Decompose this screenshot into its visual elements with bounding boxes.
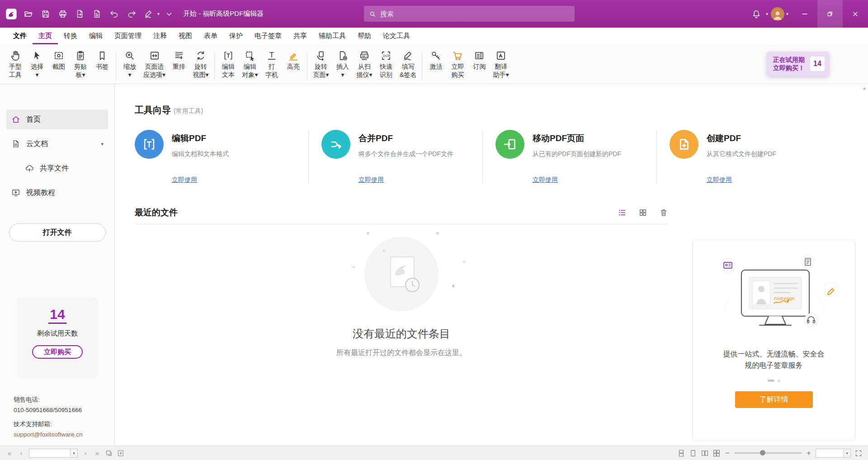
undo-button[interactable] (107, 6, 122, 22)
use-now-link[interactable]: 立即使用 (172, 176, 197, 184)
customize-toolbar-button[interactable] (161, 6, 177, 22)
chevron-down-icon[interactable]: ▾ (70, 449, 77, 457)
use-now-link[interactable]: 立即使用 (533, 176, 558, 184)
print-quick-button[interactable] (55, 6, 71, 22)
menu-esign[interactable]: 电子签章 (249, 28, 288, 44)
menu-convert[interactable]: 转换 (58, 28, 83, 44)
buy-now-button[interactable]: 立即购买 (32, 345, 83, 359)
menu-accessibility[interactable]: 辅助工具 (313, 28, 352, 44)
pagination-dot-active[interactable] (768, 379, 774, 382)
previous-page-button[interactable]: ‹ (17, 449, 25, 457)
menu-home[interactable]: 主页 (33, 28, 58, 44)
chevron-down-icon[interactable]: ▾ (843, 449, 850, 457)
card-move-pdf-pages[interactable]: 移动PDF页面 从已有的PDF页面创建新的PDF 立即使用 (483, 130, 657, 184)
chevron-down-icon[interactable]: ▾ (101, 141, 104, 147)
menu-paper-tools[interactable]: 论文工具 (377, 28, 416, 44)
menu-help[interactable]: 帮助 (352, 28, 377, 44)
toolbar-button-from-scanner[interactable]: 从扫 描仪▾ (354, 48, 375, 80)
restore-button[interactable] (817, 0, 843, 28)
sidebar-item-video-tutorials[interactable]: 视频教程 (6, 183, 108, 203)
quick-sign-button[interactable] (141, 6, 156, 22)
trial-period-badge[interactable]: 正在试用期 立即购买！ 14 (767, 52, 829, 76)
sidebar-item-home[interactable]: 首页 (6, 109, 108, 129)
menu-page-management[interactable]: 页面管理 (108, 28, 147, 44)
toolbar-button-translate-assistant[interactable]: 翻译 助手▾ (490, 48, 512, 80)
toolbar-button-clipboard[interactable]: 剪贴 板▾ (70, 48, 91, 80)
toolbar-button-subscribe[interactable]: 订阅 (468, 48, 490, 71)
grid-view-icon[interactable] (638, 208, 647, 217)
support-email-address[interactable]: support@foxitsoftware.cn (14, 430, 83, 440)
notifications-button[interactable] (749, 6, 764, 22)
sidebar-item-shared-files[interactable]: 共享文件 (6, 158, 108, 178)
menu-edit[interactable]: 编辑 (83, 28, 108, 44)
trash-icon[interactable] (659, 208, 668, 217)
card-merge-pdf[interactable]: 合并PDF 将多个文件合并生成一个PDF文件 立即使用 (309, 130, 483, 184)
chevron-down-icon[interactable]: ▾ (157, 11, 160, 16)
scrollbar-up-arrow[interactable]: ▲ (862, 85, 867, 90)
toolbar-button-select[interactable]: 选择 ▾ (26, 48, 48, 80)
pagination-dot[interactable] (778, 379, 780, 382)
redo-button[interactable] (124, 6, 139, 22)
toolbar-button-reflow[interactable]: 重排 (168, 48, 190, 71)
card-create-pdf[interactable]: 创建PDF 从其它格式文件创建PDF 立即使用 (657, 130, 831, 184)
page-thumbnail-icon[interactable] (117, 449, 125, 457)
menu-share[interactable]: 共享 (288, 28, 313, 44)
card-edit-pdf[interactable]: 编辑PDF 编辑文档和文本格式 立即使用 (135, 130, 309, 184)
list-view-icon[interactable] (618, 208, 627, 217)
page-number-box[interactable]: ▾ (29, 449, 78, 458)
toolbar-button-highlight[interactable]: 高亮 (283, 48, 304, 71)
page-number-input[interactable] (29, 449, 70, 457)
first-page-button[interactable]: « (5, 449, 14, 457)
zoom-level-box[interactable]: ▾ (816, 449, 851, 458)
toolbar-button-buy-now[interactable]: 立即 购买 (447, 48, 468, 80)
zoom-level-input[interactable] (816, 449, 843, 457)
fullscreen-icon[interactable] (854, 449, 863, 457)
export-pdf-quick-button[interactable] (72, 6, 88, 22)
learn-more-button[interactable]: 了解详情 (735, 391, 813, 408)
next-page-button[interactable]: › (81, 449, 90, 457)
toolbar-button-fill-sign[interactable]: 填写 &签名 (397, 48, 419, 80)
single-page-view-icon[interactable] (689, 449, 697, 457)
search-input[interactable] (380, 10, 570, 18)
toolbar-button-rotate-pages[interactable]: 旋转 页面▾ (310, 48, 332, 80)
menu-comment[interactable]: 注释 (147, 28, 173, 44)
menu-form[interactable]: 表单 (198, 28, 223, 44)
facing-continuous-view-icon[interactable] (712, 449, 721, 457)
chevron-down-icon[interactable]: ▾ (766, 11, 768, 16)
close-button[interactable] (843, 0, 868, 28)
zoom-slider-thumb[interactable] (760, 450, 765, 455)
sidebar-item-cloud-docs[interactable]: 云文档 ▾ (6, 134, 108, 154)
save-quick-button[interactable] (38, 6, 53, 22)
minimize-button[interactable] (792, 0, 817, 28)
menu-protect[interactable]: 保护 (223, 28, 249, 44)
chevron-down-icon[interactable]: ▾ (786, 11, 788, 16)
toolbar-button-rotate-view[interactable]: 旋转 视图▾ (190, 48, 212, 80)
zoom-in-button[interactable]: + (806, 449, 812, 457)
search-box[interactable] (364, 6, 575, 22)
toolbar-button-edit-object[interactable]: 编辑 对象▾ (239, 48, 261, 80)
toolbar-button-bookmark[interactable]: 书签 (91, 48, 113, 71)
toolbar-button-snapshot[interactable]: 截图 (48, 48, 70, 71)
menu-view[interactable]: 视图 (173, 28, 198, 44)
continuous-page-view-icon[interactable] (677, 449, 685, 457)
page-copy-icon[interactable] (105, 449, 113, 457)
toolbar-button-zoom[interactable]: 缩放 ▾ (119, 48, 141, 80)
toolbar-button-insert[interactable]: 插入 ▾ (332, 48, 354, 80)
toolbar-button-quick-ocr[interactable]: OCR 快速 识别 (375, 48, 397, 80)
toolbar-button-activate[interactable]: 激活 (425, 48, 447, 71)
create-from-file-quick-button[interactable] (90, 6, 105, 22)
zoom-slider[interactable] (734, 452, 802, 454)
toolbar-button-edit-text[interactable]: 编辑 文本 (217, 48, 239, 80)
toolbar-button-fit-options[interactable]: 页面适 应选项▾ (141, 48, 168, 80)
open-file-quick-button[interactable] (21, 6, 36, 22)
toolbar-button-typewriter[interactable]: 打 字机 (261, 48, 283, 80)
use-now-link[interactable]: 立即使用 (707, 176, 732, 184)
last-page-button[interactable]: » (93, 449, 101, 457)
zoom-out-button[interactable]: − (724, 449, 731, 457)
toolbar-button-hand-tool[interactable]: 手型 工具 (5, 48, 26, 80)
open-file-button[interactable]: 打开文件 (9, 223, 106, 242)
menu-file[interactable]: 文件 (7, 28, 33, 44)
use-now-link[interactable]: 立即使用 (359, 176, 384, 184)
facing-page-view-icon[interactable] (701, 449, 709, 457)
avatar[interactable] (771, 7, 784, 21)
